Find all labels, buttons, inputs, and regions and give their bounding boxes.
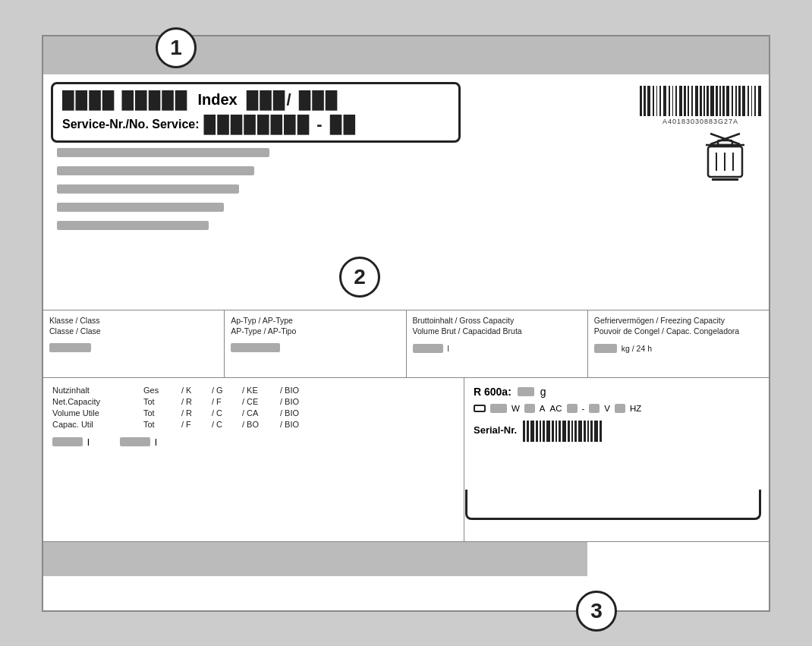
power-a-block [524,404,535,413]
serial-section: Serial-Nr. [474,419,760,442]
bottom-left: Nutzinhalt Ges / K / G / KE / BIO Net.Ca… [43,378,464,542]
barcode-image [640,82,761,116]
power-v-block1 [567,404,578,413]
power-dash: - [582,404,585,413]
circle-1: 1 [156,27,197,68]
cap-val-block2 [120,437,150,446]
refrigerant-unit: g [540,386,546,398]
cap-row4-col3: / F [181,420,212,429]
power-symbol [474,405,486,412]
col-gross-header1: Bruttoinhalt / Gross Capacity [413,315,581,326]
cap-row2-col3: / R [181,397,212,406]
refrigerant-value-block [518,387,534,396]
cap-row2-col4: / F [212,397,242,406]
power-hz-label: HZ [630,404,641,413]
columns-section: Klasse / Class Classe / Clase Ap-Typ / A… [43,310,769,378]
power-w-block [490,404,507,413]
col-aptype-header1: Ap-Typ / AP-Type [231,315,399,326]
model-block-3 [57,184,239,194]
model-block-4 [57,203,224,212]
cap-val-block1 [52,437,83,446]
aptype-value-block [231,343,280,352]
weee-icon [704,131,746,181]
col-freezing-capacity: Gefriervermögen / Freezing Capacity Pouv… [588,310,769,377]
cap-row3-col6: / BIO [280,408,318,418]
cap-row3-col1: Volume Utile [52,408,143,418]
col-aptype-header2: AP-Type / AP-Tipo [231,326,399,337]
svg-rect-8 [712,178,738,181]
model-row-4 [57,201,467,215]
cap-row2-col2: Tot [143,397,181,406]
refrigerant-label: R 600a: [474,386,511,398]
model-info-area [57,147,467,238]
power-v-label: V [604,404,610,413]
cap-row4-col4: / C [212,420,242,429]
section3-bracket [465,490,761,520]
appliance-label: 1 ████ █████ Index ███/ ███ Service-Nr./… [42,35,770,612]
gross-value-block [413,344,443,353]
cap-row3-col5: / CA [242,408,280,418]
capacity-values: l l [52,436,455,448]
cap-row2-col6: / BIO [280,397,318,406]
col-class-header1: Klasse / Class [49,315,218,326]
serial-label: Serial-Nr. [474,424,517,436]
s1-suffix-bars: ███/ ███ [247,90,339,110]
power-v-block2 [589,404,600,413]
col-gross-header2: Volume Brut / Capacidad Bruta [413,326,581,337]
freeze-value-block [594,344,617,353]
bottom-gray-bar [43,542,587,576]
cap-row4-col6: / BIO [280,420,318,429]
freeze-unit: kg / 24 h [622,343,652,355]
cap-row1-col4: / G [212,386,242,395]
section1-box: ████ █████ Index ███/ ███ Service-Nr./No… [51,82,461,143]
barcode-top-label: A40183030883G27A [640,118,761,125]
col-aptype: Ap-Typ / AP-Type AP-Type / AP-Tipo [225,310,406,377]
cap-val-1: l [52,436,90,448]
col-freeze-header1: Gefriervermögen / Freezing Capacity [594,315,763,326]
bottom-area [43,542,769,610]
serial-barcode [523,419,602,442]
model-block-1 [57,148,269,157]
cap-val-unit2: l [155,436,157,448]
power-hz-block [615,404,625,413]
barcode-top-right: A40183030883G27A [640,82,761,125]
model-row-3 [57,183,467,197]
capacity-grid: Nutzinhalt Ges / K / G / KE / BIO Net.Ca… [52,386,455,429]
power-w-label: W [511,404,520,413]
cap-row4-col5: / BO [242,420,280,429]
cap-row3-col2: Tot [143,408,181,418]
model-row-2 [57,165,467,178]
cap-val-2: l [120,436,157,448]
bottom-section: Nutzinhalt Ges / K / G / KE / BIO Net.Ca… [43,378,769,542]
class-value-block [49,343,91,352]
weee-symbol [704,131,746,184]
circle-2: 2 [339,257,380,298]
cap-row4-col2: Tot [143,420,181,429]
cap-row3-col3: / R [181,408,212,418]
s1-prefix-bars: ████ █████ [62,90,188,110]
cap-row1-col3: / K [181,386,212,395]
model-row-5 [57,219,467,233]
section1-line1: ████ █████ Index ███/ ███ [62,90,449,110]
s1-index-label: Index [197,91,237,109]
cap-row2-col1: Net.Capacity [52,397,143,406]
model-block-5 [57,221,209,230]
col-class-header2: Classe / Clase [49,326,218,337]
model-block-2 [57,166,254,175]
col-gross-capacity: Bruttoinhalt / Gross Capacity Volume Bru… [407,310,588,377]
cap-row2-col5: / CE [242,397,280,406]
circle-3: 3 [576,591,617,632]
service-nr-label: Service-Nr./No. Service: [62,118,200,131]
gross-unit: l [448,343,449,355]
cap-val-unit1: l [87,436,90,448]
refrigerant-line: R 600a: g [474,386,760,398]
model-row-1 [57,147,467,160]
col-class-value [49,343,218,352]
cap-row1-col1: Nutzinhalt [52,386,143,395]
bottom-right: R 600a: g W A AC - V HZ Serial-Nr. [464,378,769,542]
col-freeze-value: kg / 24 h [594,343,763,355]
col-freeze-header2: Pouvoir de Congel / Capac. Congeladora [594,326,763,337]
col-aptype-value [231,343,399,352]
col-class: Klasse / Class Classe / Clase [43,310,225,377]
top-bar [43,36,769,74]
